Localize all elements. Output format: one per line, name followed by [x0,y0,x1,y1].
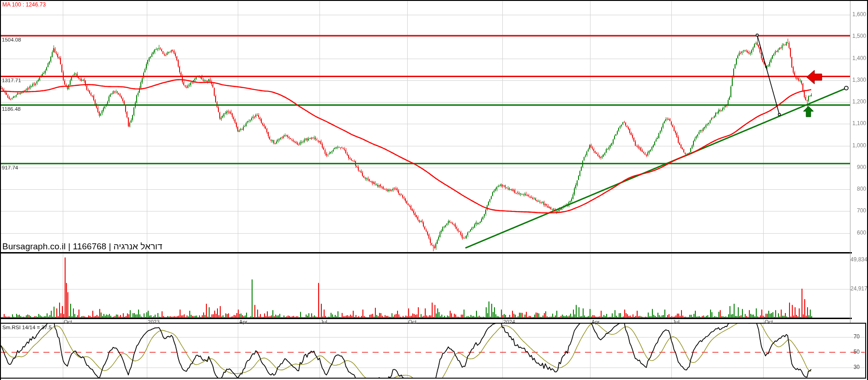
date-axis-label: Oct [765,319,773,325]
rsi-axis-label: 50 [850,349,860,355]
date-axis-label: Apr [591,319,600,325]
support-line-label-917: 917.74 [2,165,18,171]
date-axis-label: Oct [64,319,72,325]
price-axis-label: 800 [850,186,866,192]
resistance-line-label-1317: 1317.71 [2,78,21,84]
date-axis-label: Oct [408,319,416,325]
volume-axis-label: 24,917 [850,286,866,292]
candlestick-chart-canvas[interactable] [0,0,868,380]
branding-symbol-title: Bursagraph.co.il | 1166768 | דוראל אנרגי… [2,242,163,252]
rsi-indicator-label: Sm.RSI 14/14 = 37.5 [2,325,52,331]
price-axis-label: 1,000 [850,143,866,149]
price-axis-label: 1,100 [850,121,866,127]
bursagraph-chart-window: MA 100 : 1246.73 1504.08 1317.71 1186.48… [0,0,868,380]
price-axis-label: 900 [850,164,866,170]
red-left-arrow-icon[interactable] [806,70,823,84]
price-axis-label: 1,200 [850,99,866,105]
resistance-line-label-1504: 1504.08 [2,37,21,43]
price-axis-label: 700 [850,208,866,214]
price-axis-label: 1,300 [850,77,866,83]
ma100-indicator-label: MA 100 : 1246.73 [2,2,46,8]
date-axis-label: Jul [673,319,680,325]
green-up-arrow-icon[interactable] [803,106,815,118]
price-axis-label: 1,400 [850,55,866,61]
rsi-axis-label: 70 [850,334,860,340]
date-axis-label: 2024 [503,319,515,325]
date-axis-label: 2023 [148,319,160,325]
price-axis-label: 1,500 [850,33,866,39]
support-line-label-1186: 1186.48 [2,106,21,112]
date-axis-label: Jul [320,319,327,325]
price-axis-label: 1,600 [850,12,866,18]
price-axis-label: 600 [850,230,866,236]
volume-axis-label: 49,834 [850,257,866,263]
date-axis-label: Apr [239,319,247,325]
rsi-axis-label: 30 [850,364,860,370]
